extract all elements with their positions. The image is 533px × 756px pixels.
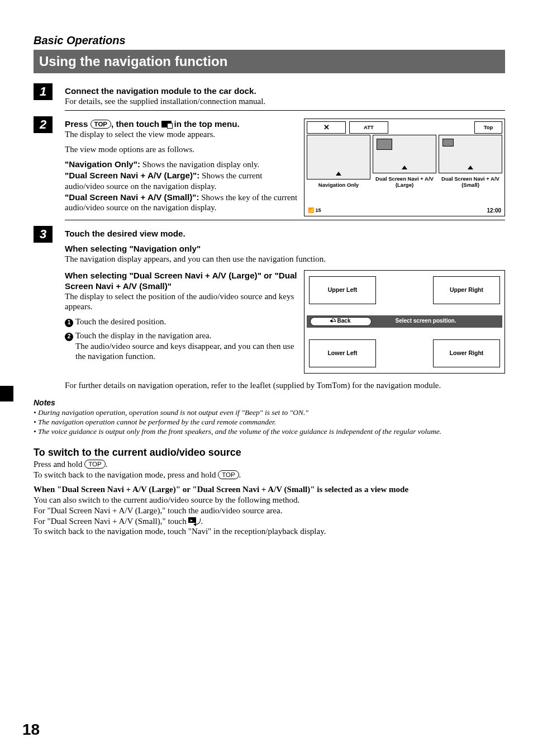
step2-opt1: "Navigation Only": Shows the navigation … (65, 159, 298, 170)
switch-line6: To switch back to the navigation mode, t… (34, 526, 505, 537)
pos-lower-right[interactable]: Lower Right (433, 339, 500, 367)
step2-line1: The display to select the view mode appe… (65, 129, 298, 140)
switch-line1: Press and hold TOP. (34, 459, 505, 470)
switch-line5: For "Dual Screen Navi + A/V (Small)," to… (34, 516, 505, 527)
nav-icon (161, 121, 172, 127)
back-label: Back (337, 318, 351, 325)
mode-label: Dual Screen Navi + A/V (Large) (373, 173, 436, 191)
chapter-heading: Basic Operations (34, 34, 505, 48)
page-number: 18 (22, 720, 40, 739)
signal-indicator: 📶 15 (308, 207, 321, 215)
text-fragment: in the top menu. (172, 119, 240, 129)
step3-sub2-text: The display to select the position of th… (65, 291, 298, 313)
step-2: 2 Press TOP, then touch in the top menu.… (34, 116, 505, 220)
step2-opt3: "Dual Screen Navi + A/V (Small)": Shows … (65, 192, 298, 214)
text-fragment: . (201, 517, 203, 526)
step3-sub2-head: When selecting "Dual Screen Navi + A/V (… (65, 270, 298, 291)
top-key-icon: TOP (84, 460, 105, 469)
step3-sub1-text: The navigation display appears, and you … (65, 254, 505, 264)
mode-option-dual-small[interactable]: Dual Screen Navi + A/V (Small) (439, 135, 502, 191)
switch-line2: To switch back to the navigation mode, p… (34, 470, 505, 480)
signal-value: 15 (316, 207, 321, 213)
text-fragment: To switch back to the navigation mode, p… (34, 470, 218, 479)
bullet-1: 1Touch the desired position. (65, 316, 298, 327)
step2-line2: The view mode options are as follows. (65, 144, 298, 155)
pos-lower-left[interactable]: Lower Left (309, 339, 376, 367)
back-button[interactable]: Back (310, 317, 372, 326)
side-tab (0, 386, 13, 401)
step-number: 2 (34, 116, 53, 133)
step-number: 3 (34, 226, 53, 243)
close-button[interactable]: ✕ (307, 121, 346, 134)
switch-subhead: When "Dual Screen Navi + A/V (Large)" or… (34, 484, 505, 495)
step2-heading: Press TOP, then touch in the top menu. (65, 119, 298, 129)
text-fragment: , then touch (111, 119, 161, 129)
bullet-text: Touch the desired position. (75, 317, 166, 326)
mode-option-dual-large[interactable]: Dual Screen Navi + A/V (Large) (373, 135, 436, 191)
option-label: "Dual Screen Navi + A/V (Large)": (65, 171, 199, 180)
top-key-icon: TOP (91, 120, 111, 129)
step3-sub1-head: When selecting "Navigation only" (65, 243, 505, 254)
top-key-icon: TOP (218, 470, 239, 479)
bullet-number-icon: 1 (65, 319, 73, 327)
mode-label: Dual Screen Navi + A/V (Small) (439, 173, 502, 191)
bullet-2-cont: The audio/video source and keys disappea… (65, 341, 298, 362)
bullet-2: 2Touch the display in the navigation are… (65, 330, 298, 341)
pos-upper-left[interactable]: Upper Left (309, 276, 376, 304)
position-select-illustration: Upper Left Upper Right Lower Left Lower … (304, 270, 505, 374)
text-fragment: . (106, 460, 108, 469)
text-fragment: For "Dual Screen Navi + A/V (Small)," to… (34, 517, 188, 526)
step-3: 3 Touch the desired view mode. When sele… (34, 226, 505, 391)
bullet-number-icon: 2 (65, 333, 73, 341)
mode-label: Navigation Only (307, 179, 370, 190)
text-fragment: Press (65, 119, 91, 129)
text-fragment: . (239, 470, 241, 479)
step1-body: For details, see the supplied installati… (65, 96, 505, 107)
top-button[interactable]: Top (474, 121, 502, 134)
notes-list: During navigation operation, operation s… (34, 408, 505, 437)
option-label: "Dual Screen Navi + A/V (Small)": (65, 192, 199, 202)
step1-heading: Connect the navigation module to the car… (65, 86, 505, 96)
return-icon (188, 517, 201, 525)
att-button[interactable]: ATT (349, 121, 388, 134)
step3-closing: For further details on navigation operat… (65, 380, 505, 391)
center-bar: Back Select screen position. (307, 315, 502, 328)
switch-line3: You can also switch to the current audio… (34, 495, 505, 505)
notes-heading: Notes (34, 398, 505, 408)
option-text: Shows the navigation display only. (140, 160, 259, 169)
page-title: Using the navigation function (34, 50, 505, 73)
pos-upper-right[interactable]: Upper Right (433, 276, 500, 304)
step2-opt2: "Dual Screen Navi + A/V (Large)": Shows … (65, 170, 298, 192)
bullet-text: Touch the display in the navigation area… (75, 331, 211, 340)
step-number: 1 (34, 83, 53, 100)
switch-line4: For "Dual Screen Navi + A/V (Large)," to… (34, 505, 505, 516)
option-label: "Navigation Only": (65, 159, 140, 169)
note-item: The voice guidance is output only from t… (34, 427, 505, 437)
clock: 12:00 (487, 207, 501, 215)
switch-heading: To switch to the current audio/video sou… (34, 446, 505, 459)
note-item: The navigation operation cannot be perfo… (34, 418, 505, 427)
text-fragment: Press and hold (34, 460, 84, 469)
center-message: Select screen position. (372, 318, 502, 325)
note-item: During navigation operation, operation s… (34, 408, 505, 418)
back-arrow-icon (331, 321, 335, 322)
mode-option-nav-only[interactable]: Navigation Only (307, 135, 370, 191)
view-mode-menu-illustration: ✕ ATT Top Navigation Only Dual Screen Na… (304, 119, 505, 216)
step3-heading: Touch the desired view mode. (65, 228, 505, 239)
step-1: 1 Connect the navigation module to the c… (34, 83, 505, 111)
